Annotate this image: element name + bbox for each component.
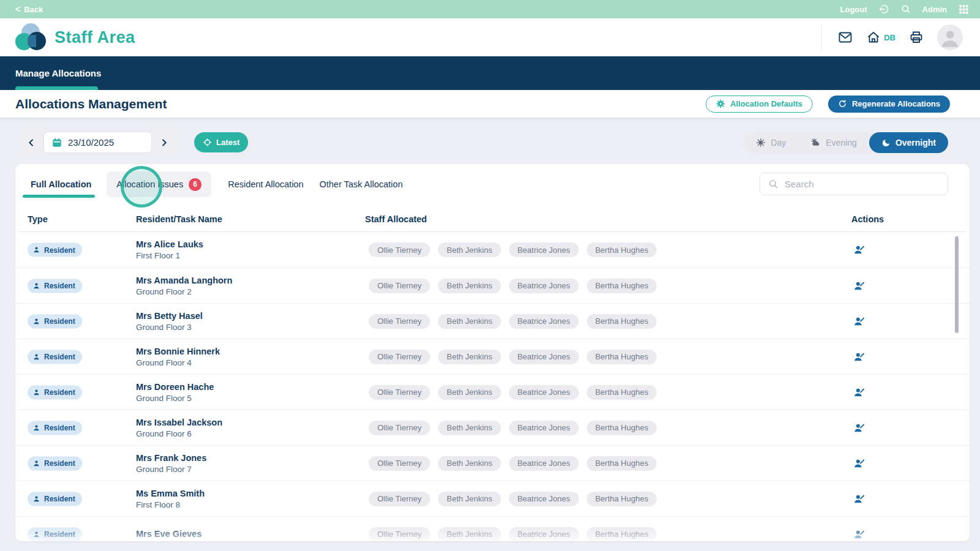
logout-button[interactable]: Logout — [840, 5, 867, 14]
tab-other-task-allocation[interactable]: Other Task Allocation — [312, 171, 411, 197]
name-cell: Mrs Eve Gieves — [136, 528, 202, 540]
resident-location: Ground Floor 4 — [136, 358, 220, 367]
staff-chip: Beth Jenkins — [438, 527, 500, 542]
table-row: Resident Mrs Issabel Jackson Ground Floo… — [15, 410, 970, 445]
tab-other-task-allocation-label: Other Task Allocation — [320, 179, 403, 189]
shift-option-evening[interactable]: Evening — [798, 132, 869, 153]
avatar[interactable] — [937, 24, 963, 50]
resident-location: First Floor 8 — [136, 500, 205, 509]
person-edit-icon — [853, 528, 865, 541]
resident-type-badge: Resident — [28, 492, 82, 506]
search-icon[interactable] — [900, 4, 911, 15]
name-cell: Mrs Amanda Langhorn Ground Floor 2 — [136, 276, 232, 296]
edit-allocation-button[interactable] — [853, 280, 865, 292]
admin-menu[interactable]: Admin — [922, 5, 947, 14]
edit-allocation-button[interactable] — [853, 422, 865, 434]
back-button[interactable]: < Back — [15, 5, 43, 14]
messages-icon[interactable] — [838, 30, 853, 45]
gear-icon — [716, 99, 725, 108]
chevron-left-icon — [26, 138, 36, 148]
person-edit-icon — [853, 315, 865, 328]
table-row: Resident Mrs Betty Hasel Ground Floor 3 … — [15, 303, 970, 339]
name-cell: Mrs Frank Jones Ground Floor 7 — [136, 453, 206, 474]
edit-allocation-button[interactable] — [853, 493, 865, 505]
staff-chip-list: Ollie TierneyBeth JenkinsBeatrice JonesB… — [369, 456, 657, 471]
apps-grid-icon[interactable] — [958, 4, 969, 15]
staff-chip: Beatrice Jones — [509, 385, 579, 400]
tab-allocation-issues-label: Allocation Issues — [116, 179, 183, 189]
person-icon — [32, 530, 40, 538]
person-edit-icon — [853, 457, 865, 470]
name-cell: Mrs Betty Hasel Ground Floor 3 — [136, 311, 203, 332]
staff-chip: Beatrice Jones — [509, 350, 579, 364]
person-icon — [32, 459, 40, 467]
type-badge-label: Resident — [44, 282, 75, 290]
resident-name: Mrs Eve Gieves — [136, 528, 202, 538]
app-title: Staff Area — [55, 28, 135, 47]
staff-chip: Bertha Hughes — [587, 242, 657, 257]
shift-option-day[interactable]: Day — [744, 132, 798, 153]
type-cell: Resident — [28, 527, 82, 541]
sun-icon — [756, 138, 766, 148]
type-badge-label: Resident — [44, 495, 75, 503]
staff-chip-list: Ollie TierneyBeth JenkinsBeatrice JonesB… — [369, 385, 657, 400]
next-day-button[interactable] — [151, 130, 177, 155]
staff-chip: Bertha Hughes — [587, 421, 657, 435]
resident-type-badge: Resident — [28, 527, 82, 541]
name-cell: Mrs Doreen Hache Ground Floor 5 — [136, 382, 214, 403]
table-row: Resident Mrs Eve Gieves Ollie TierneyBet… — [15, 516, 970, 541]
allocation-defaults-label: Allocation Defaults — [730, 99, 802, 108]
resident-name: Mrs Betty Hasel — [136, 311, 203, 321]
date-picker-input[interactable]: 23/10/2025 — [44, 132, 151, 152]
staff-chip: Ollie Tierney — [369, 492, 430, 506]
latest-button[interactable]: Latest — [194, 132, 248, 152]
shift-option-overnight[interactable]: Overnight — [869, 132, 948, 153]
edit-allocation-button[interactable] — [853, 386, 865, 399]
tab-full-allocation[interactable]: Full Allocation — [23, 171, 99, 197]
name-cell: Ms Emma Smith First Floor 8 — [136, 489, 205, 509]
regenerate-allocations-button[interactable]: Regenerate Allocations — [828, 96, 950, 113]
edit-allocation-button[interactable] — [853, 528, 865, 541]
resident-location: Ground Floor 2 — [136, 287, 232, 296]
type-cell: Resident — [28, 243, 82, 257]
staff-chip: Ollie Tierney — [369, 350, 430, 364]
edit-allocation-button[interactable] — [853, 457, 865, 470]
edit-allocation-button[interactable] — [853, 244, 865, 256]
nav-item-manage-allocations[interactable]: Manage Allocations — [15, 56, 101, 90]
allocation-defaults-button[interactable]: Allocation Defaults — [706, 96, 813, 113]
calendar-icon — [51, 137, 62, 148]
column-header-staff: Staff Allocated — [365, 207, 427, 231]
logout-icon[interactable] — [878, 4, 889, 15]
search-input[interactable] — [785, 179, 940, 189]
table-row: Resident Mrs Frank Jones Ground Floor 7 … — [15, 445, 970, 481]
staff-chip-list: Ollie TierneyBeth JenkinsBeatrice JonesB… — [369, 421, 657, 435]
edit-allocation-button[interactable] — [853, 351, 865, 363]
sun-cloud-icon — [810, 138, 821, 148]
column-header-actions: Actions — [851, 207, 884, 231]
shift-toggle: Day Evening Overnight — [744, 132, 948, 153]
type-badge-label: Resident — [44, 388, 75, 397]
home-db-link[interactable]: DB — [866, 30, 895, 45]
resident-name: Mrs Doreen Hache — [136, 382, 214, 392]
date-navigator: 23/10/2025 — [18, 130, 177, 155]
type-cell: Resident — [28, 492, 82, 506]
resident-name: Mrs Amanda Langhorn — [136, 276, 232, 285]
search-box — [760, 173, 948, 195]
type-cell: Resident — [28, 350, 82, 364]
staff-chip: Beatrice Jones — [509, 492, 579, 506]
tab-allocation-issues[interactable]: Allocation Issues 6 — [107, 171, 211, 197]
table-row: Resident Mrs Bonnie Hinnerk Ground Floor… — [15, 339, 970, 374]
active-tab-underline — [23, 195, 95, 198]
table-scrollbar-thumb[interactable] — [955, 236, 959, 333]
print-icon[interactable] — [909, 30, 924, 45]
tab-resident-allocation[interactable]: Resident Allocation — [220, 171, 311, 197]
person-edit-icon — [853, 280, 865, 292]
edit-allocation-button[interactable] — [853, 315, 865, 328]
type-cell: Resident — [28, 314, 82, 328]
resident-name: Mrs Frank Jones — [136, 453, 206, 463]
app-header: Staff Area DB — [0, 18, 980, 56]
person-icon — [32, 495, 40, 503]
db-label: DB — [884, 33, 895, 42]
person-icon — [32, 388, 40, 396]
previous-day-button[interactable] — [18, 130, 44, 155]
